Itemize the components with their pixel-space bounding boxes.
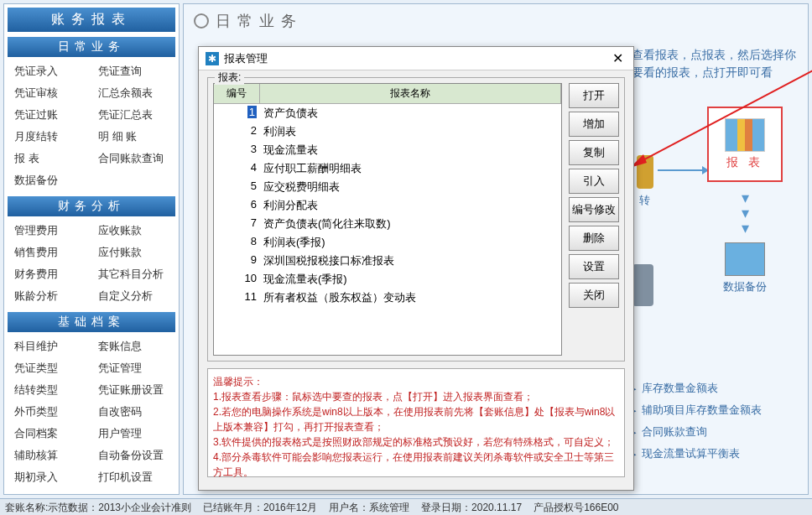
quick-link[interactable]: 合同账款查询 — [632, 421, 799, 443]
dialog-button[interactable]: 引入 — [569, 169, 619, 194]
status-login: 登录日期：2020.11.17 — [421, 501, 522, 513]
sidebar-item[interactable]: 结转类型 — [8, 379, 91, 401]
backup-icon — [725, 242, 765, 276]
table-row[interactable]: 10现金流量表(季报) — [214, 270, 561, 289]
table-row[interactable]: 9深圳国税报税接口标准报表 — [214, 252, 561, 270]
dialog-button[interactable]: 复制 — [569, 140, 619, 165]
dialog-title-text: 报表管理 — [224, 51, 268, 66]
backup-tile[interactable]: 数据备份 — [707, 242, 783, 294]
sidebar-item[interactable]: 凭证管理 — [91, 357, 175, 379]
dialog-app-icon: ✱ — [206, 52, 219, 65]
sidebar-item[interactable]: 凭证过账 — [8, 104, 91, 126]
backup-tile-label: 数据备份 — [723, 279, 767, 294]
sidebar-item[interactable]: 凭证类型 — [8, 357, 91, 379]
dialog-button[interactable]: 编号修改 — [569, 197, 619, 222]
gear-icon — [194, 13, 209, 29]
dialog-button[interactable]: 设置 — [569, 254, 619, 279]
status-account: 套账名称:示范数据：2013小企业会计准则 — [5, 501, 191, 513]
fieldset-label: 报表: — [215, 70, 244, 85]
tip-item: 2.若您的电脑操作系统是win8以上版本，在使用报表前先将【套账信息】处【报表与… — [213, 404, 619, 434]
table-row[interactable]: 11所有者权益（股东权益）变动表 — [214, 289, 561, 307]
tip-item: 3.软件提供的报表格式是按照财政部规定的标准格式预设好，若您有特殊格式，可自定义… — [213, 434, 619, 450]
table-row[interactable]: 5应交税费明细表 — [214, 178, 561, 196]
quick-link[interactable]: 库存数量金额表 — [632, 377, 799, 399]
sidebar-item[interactable]: 自定义分析 — [91, 285, 175, 307]
sidebar-item[interactable]: 数据备份 — [8, 169, 91, 191]
col-num: 编号 — [214, 84, 260, 103]
sidebar-item[interactable]: 外币类型 — [8, 401, 91, 423]
sidebar-item[interactable]: 打印机设置 — [91, 466, 175, 488]
sidebar-item[interactable]: 凭证审核 — [8, 82, 91, 104]
dialog-button[interactable]: 删除 — [569, 226, 619, 251]
report-manage-dialog: ✱ 报表管理 ✕ 报表: 编号 报表名称 1资产负债表2利润表3现金流量表4应付… — [198, 46, 634, 491]
table-row[interactable]: 3现金流量表 — [214, 141, 561, 159]
down-arrows-icon: ▾▾▾ — [707, 190, 783, 236]
quick-links: 库存数量金额表辅助项目库存数量金额表合同账款查询现金流量试算平衡表 — [632, 377, 799, 465]
callout-text: 查看报表，点报表，然后选择你要看的报表，点打开即可看 — [632, 46, 799, 81]
sidebar-item[interactable]: 期初录入 — [8, 466, 91, 488]
col-name: 报表名称 — [260, 84, 561, 103]
report-tile-label: 报 表 — [726, 155, 763, 170]
table-row[interactable]: 4应付职工薪酬明细表 — [214, 159, 561, 178]
sidebar-item[interactable]: 自动备份设置 — [91, 445, 175, 466]
tip-item: 1.报表查看步骤：鼠标选中要查的报表，点【打开】进入报表界面查看； — [213, 389, 619, 404]
close-icon[interactable]: ✕ — [609, 50, 627, 66]
sidebar-item[interactable]: 凭证查询 — [91, 60, 175, 82]
sidebar-section-header: 基础档案 — [8, 312, 175, 332]
sidebar-item[interactable]: 管理费用 — [8, 220, 91, 242]
tips-box: 温馨提示： 1.报表查看步骤：鼠标选中要查的报表，点【打开】进入报表界面查看；2… — [207, 368, 625, 477]
dialog-button[interactable]: 增加 — [569, 112, 619, 137]
sidebar-section-header: 日常业务 — [8, 37, 175, 57]
sidebar-item[interactable]: 财务费用 — [8, 263, 91, 285]
sidebar-item[interactable]: 报 表 — [8, 148, 91, 169]
chart-icon — [725, 118, 765, 152]
sidebar-item[interactable]: 合同账款查询 — [91, 148, 175, 169]
statusbar: 套账名称:示范数据：2013小企业会计准则 已结账年月：2016年12月 用户名… — [0, 498, 812, 515]
sidebar-item[interactable]: 汇总余额表 — [91, 82, 175, 104]
sidebar-title: 账务报表 — [8, 8, 175, 32]
table-row[interactable]: 6利润分配表 — [214, 196, 561, 215]
dialog-button[interactable]: 关闭 — [569, 283, 619, 308]
sidebar-item[interactable]: 套账信息 — [91, 336, 175, 357]
dialog-button[interactable]: 打开 — [569, 83, 619, 108]
sidebar-item[interactable]: 明 细 账 — [91, 126, 175, 148]
sidebar: 账务报表 日常业务凭证录入凭证查询凭证审核汇总余额表凭证过账凭证汇总表月度结转明… — [3, 3, 180, 495]
sidebar-item[interactable]: 辅助核算 — [8, 445, 91, 466]
status-user: 用户名：系统管理 — [329, 501, 409, 513]
sidebar-item[interactable]: 月度结转 — [8, 126, 91, 148]
content-header-text: 日常业务 — [216, 11, 303, 31]
sidebar-item[interactable]: 凭证账册设置 — [91, 379, 175, 401]
sidebar-item[interactable]: 用户管理 — [91, 423, 175, 445]
sidebar-section-header: 财务分析 — [8, 196, 175, 216]
sidebar-item — [91, 169, 175, 191]
sidebar-item[interactable]: 应收账款 — [91, 220, 175, 242]
status-period: 已结账年月：2016年12月 — [203, 501, 317, 513]
sidebar-item[interactable]: 自改密码 — [91, 401, 175, 423]
table-row[interactable]: 1资产负债表 — [214, 104, 561, 122]
table-row[interactable]: 7资产负债表(简化往来取数) — [214, 215, 561, 233]
status-license: 产品授权号166E00 — [534, 501, 618, 513]
sidebar-item[interactable]: 应付账款 — [91, 242, 175, 263]
tips-title: 温馨提示： — [213, 374, 619, 389]
sidebar-item[interactable]: 凭证录入 — [8, 60, 91, 82]
sidebar-item[interactable]: 凭证汇总表 — [91, 104, 175, 126]
content-header: 日常业务 — [184, 4, 808, 38]
table-row[interactable]: 8利润表(季报) — [214, 233, 561, 252]
dialog-titlebar[interactable]: ✱ 报表管理 ✕ — [199, 47, 633, 70]
sidebar-item[interactable]: 账龄分析 — [8, 285, 91, 307]
quick-link[interactable]: 现金流量试算平衡表 — [632, 443, 799, 465]
sidebar-item[interactable]: 其它科目分析 — [91, 263, 175, 285]
sidebar-item[interactable]: 销售费用 — [8, 242, 91, 263]
sidebar-item[interactable]: 合同档案 — [8, 423, 91, 445]
report-tile[interactable]: 报 表 — [707, 107, 783, 182]
quick-link[interactable]: 辅助项目库存数量金额表 — [632, 399, 799, 421]
tip-item: 4.部分杀毒软件可能会影响您报表运行，在使用报表前建议关闭杀毒软件或安全卫士等第… — [213, 450, 619, 480]
table-row[interactable]: 2利润表 — [214, 122, 561, 141]
sidebar-item[interactable]: 科目维护 — [8, 336, 91, 357]
report-table[interactable]: 编号 报表名称 1资产负债表2利润表3现金流量表4应付职工薪酬明细表5应交税费明… — [213, 83, 562, 356]
